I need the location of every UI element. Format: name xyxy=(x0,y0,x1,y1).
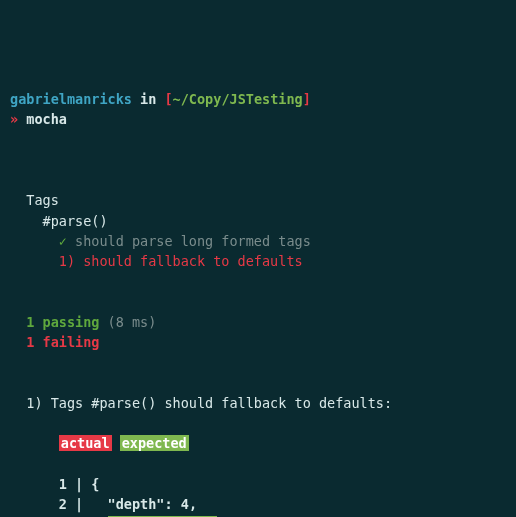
diff-pipe: | xyxy=(75,476,83,492)
prompt-arrow: » xyxy=(10,111,18,127)
prompt-bracket-open: [ xyxy=(164,91,172,107)
test-fail-text: should fallback to defaults xyxy=(83,253,302,269)
passing-label: passing xyxy=(43,314,100,330)
prompt-in: in xyxy=(140,91,156,107)
passing-count: 1 xyxy=(26,314,34,330)
describe-name: #parse() xyxy=(43,213,108,229)
failing-label: failing xyxy=(43,334,100,350)
passing-time: (8 ms) xyxy=(108,314,157,330)
prompt-path: ~/Copy/JSTesting xyxy=(173,91,303,107)
command-text[interactable]: mocha xyxy=(26,111,67,127)
diff-pipe: | xyxy=(75,496,83,512)
diff-text: { xyxy=(91,476,99,492)
failure-title: Tags #parse() should fallback to default… xyxy=(51,395,392,411)
fail-index: 1) xyxy=(59,253,75,269)
failure-index: 1) xyxy=(26,395,42,411)
prompt-user: gabrielmanricks xyxy=(10,91,132,107)
diff-lineno: 1 xyxy=(59,476,67,492)
check-icon: ✓ xyxy=(59,233,67,249)
command-line: » mocha xyxy=(10,111,67,127)
legend-expected: expected xyxy=(120,435,189,451)
failing-count: 1 xyxy=(26,334,34,350)
prompt-bracket-close: ] xyxy=(303,91,311,107)
test-pass-text: should parse long formed tags xyxy=(75,233,311,249)
legend-actual: actual xyxy=(59,435,112,451)
diff-text: "depth": 4, xyxy=(91,496,197,512)
diff-lineno: 2 xyxy=(59,496,67,512)
suite-name: Tags xyxy=(26,192,59,208)
prompt-line: gabrielmanricks in [~/Copy/JSTesting] xyxy=(10,91,311,107)
